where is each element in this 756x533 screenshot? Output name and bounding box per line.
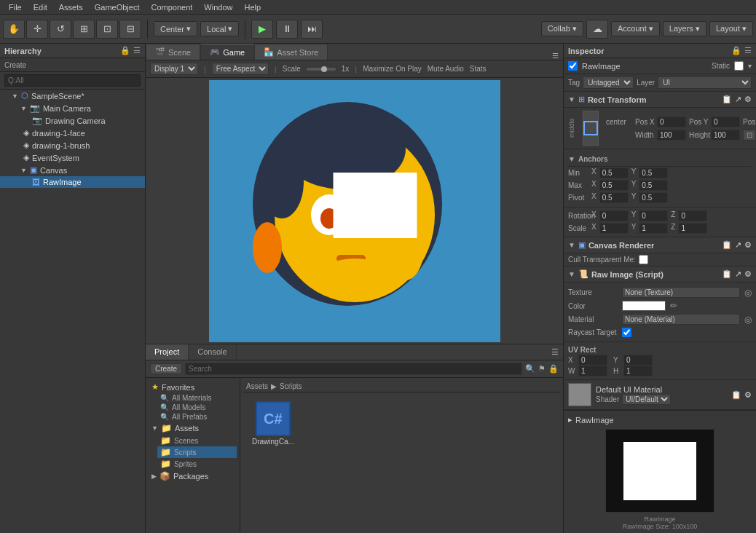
- stats-label[interactable]: Stats: [470, 65, 487, 73]
- tab-assetstore[interactable]: 🏪 Asset Store: [254, 44, 328, 60]
- tab-game[interactable]: 🎮 Game: [200, 44, 254, 60]
- static-dropdown-btn[interactable]: ▾: [748, 62, 752, 70]
- hand-tool[interactable]: ✋: [3, 20, 25, 39]
- tree-item-eventsystem[interactable]: ◈ EventSystem: [0, 151, 145, 164]
- project-tab[interactable]: Project: [146, 344, 189, 360]
- rawimage-preview-arrow[interactable]: ▸: [568, 415, 572, 425]
- favorites-folder[interactable]: ★ Favorites: [149, 381, 237, 393]
- pivot-y-input[interactable]: [639, 192, 668, 203]
- tab-scene[interactable]: 🎬 Scene: [146, 44, 200, 60]
- uv-h-input[interactable]: [623, 366, 653, 376]
- tree-item-maincamera[interactable]: ▼ 📷 Main Camera: [0, 102, 145, 114]
- scenes-folder-item[interactable]: 📁 Scenes: [157, 435, 237, 446]
- uv-x-input[interactable]: [578, 355, 607, 366]
- min-y-input[interactable]: [639, 167, 668, 178]
- assets-folder[interactable]: ▼ 📁 Assets: [149, 422, 237, 435]
- maximize-label[interactable]: Maximize On Play: [363, 65, 422, 73]
- all-materials-item[interactable]: 🔍 All Materials: [157, 393, 237, 403]
- transform-tool[interactable]: ⊟: [119, 20, 141, 39]
- breadcrumb-assets[interactable]: Assets: [246, 382, 268, 390]
- menu-gameobject[interactable]: GameObject: [89, 3, 146, 12]
- static-checkbox[interactable]: [734, 61, 744, 71]
- rect-transform-header[interactable]: ▼ ⊞ Rect Transform 📋 ↗ ⚙: [564, 92, 756, 108]
- menu-file[interactable]: File: [3, 3, 28, 12]
- pause-button[interactable]: ⏸: [276, 20, 298, 39]
- menu-edit[interactable]: Edit: [28, 3, 53, 12]
- hierarchy-search-input[interactable]: [4, 74, 141, 87]
- inspector-lock-icon[interactable]: 🔒: [731, 46, 741, 55]
- packages-folder[interactable]: ▶ 📦 Packages: [149, 470, 237, 483]
- width-input[interactable]: [657, 130, 686, 141]
- search-icon[interactable]: 🔍: [525, 364, 535, 374]
- collab-button[interactable]: Collab ▾: [541, 21, 583, 36]
- scene-view[interactable]: [146, 78, 563, 344]
- asset-item-drawingca[interactable]: C# DrawingCa...: [249, 398, 297, 449]
- tag-select[interactable]: Untagged: [583, 76, 634, 89]
- display-select[interactable]: Display 1: [150, 63, 198, 75]
- local-button[interactable]: Local ▾: [200, 21, 239, 36]
- scale-y-input[interactable]: [639, 223, 668, 234]
- anchors-header[interactable]: ▼ Anchors: [568, 152, 752, 167]
- object-active-checkbox[interactable]: [568, 61, 578, 71]
- shader-select[interactable]: UI/Default: [622, 394, 671, 405]
- filter-icon[interactable]: ⚑: [538, 364, 546, 374]
- sprites-folder-item[interactable]: 📁 Sprites: [157, 458, 237, 470]
- move-tool[interactable]: ✛: [26, 20, 48, 39]
- cloud-button[interactable]: ☁: [586, 20, 608, 39]
- tree-item-samplescene[interactable]: ▼ ⬡ SampleScene*: [0, 90, 145, 102]
- rotate-tool[interactable]: ↺: [50, 20, 71, 39]
- play-button[interactable]: ▶: [251, 20, 273, 39]
- mute-label[interactable]: Mute Audio: [428, 65, 464, 73]
- rect-settings-icon[interactable]: 📋: [722, 95, 732, 104]
- pos-y-input[interactable]: [711, 117, 740, 127]
- rect-menu-icon[interactable]: ⚙: [744, 95, 752, 104]
- hierarchy-lock-icon[interactable]: 🔒: [120, 46, 130, 55]
- scale-z-input[interactable]: [678, 223, 707, 234]
- menu-window[interactable]: Window: [198, 3, 238, 12]
- scale-slider[interactable]: [307, 68, 336, 71]
- all-models-item[interactable]: 🔍 All Models: [157, 403, 237, 412]
- rect-preview[interactable]: [583, 111, 599, 146]
- texture-picker-icon[interactable]: ◎: [744, 288, 752, 298]
- tree-item-rawimage[interactable]: 🖼 RawImage: [0, 176, 145, 188]
- tree-item-drawingcamera[interactable]: 📷 Drawing Camera: [0, 114, 145, 127]
- tree-item-canvas[interactable]: ▼ ▣ Canvas: [0, 164, 145, 176]
- pos-x-input[interactable]: [657, 117, 686, 127]
- pivot-x-input[interactable]: [599, 192, 629, 203]
- min-x-input[interactable]: [599, 167, 629, 178]
- cull-checkbox[interactable]: [639, 255, 648, 264]
- inspector-menu-icon[interactable]: ☰: [744, 46, 752, 55]
- raycast-checkbox[interactable]: [622, 328, 631, 337]
- project-search-input[interactable]: [185, 363, 522, 375]
- rect-ref-icon[interactable]: ↗: [735, 95, 741, 104]
- layer-select[interactable]: UI: [658, 76, 752, 89]
- canvas-renderer-header[interactable]: ▼ ▣ Canvas Renderer 📋 ↗ ⚙: [564, 237, 756, 253]
- console-tab[interactable]: Console: [189, 344, 236, 360]
- menu-component[interactable]: Component: [145, 3, 198, 12]
- scale-x-input[interactable]: [599, 223, 629, 234]
- aspect-select[interactable]: Free Aspect: [212, 63, 269, 75]
- rot-x-input[interactable]: [599, 210, 629, 221]
- uv-w-input[interactable]: [578, 366, 607, 376]
- step-button[interactable]: ⏭: [301, 20, 323, 39]
- project-create-btn[interactable]: Create: [150, 363, 182, 374]
- material-copy-icon[interactable]: 📋: [731, 390, 741, 400]
- menu-assets[interactable]: Assets: [53, 3, 89, 12]
- tree-item-face[interactable]: ◈ drawing-1-face: [0, 127, 145, 139]
- center-button[interactable]: Center ▾: [154, 21, 197, 36]
- rawimg-menu-icon[interactable]: ⚙: [744, 269, 752, 279]
- color-picker-icon[interactable]: ✏: [670, 301, 677, 311]
- canvas-settings-icon[interactable]: 📋: [722, 240, 732, 250]
- rawimg-ref-icon[interactable]: ↗: [735, 269, 741, 279]
- rot-y-input[interactable]: [639, 210, 668, 221]
- max-x-input[interactable]: [599, 180, 629, 191]
- layout-button[interactable]: Layout ▾: [709, 21, 753, 36]
- scale-tool[interactable]: ⊞: [73, 20, 95, 39]
- canvas-ref-icon[interactable]: ↗: [735, 240, 741, 250]
- rot-z-input[interactable]: [678, 210, 707, 221]
- color-preview[interactable]: [622, 301, 666, 311]
- rawimg-settings-icon[interactable]: 📋: [722, 269, 732, 279]
- account-button[interactable]: Account ▾: [611, 21, 660, 36]
- max-y-input[interactable]: [639, 180, 668, 191]
- breadcrumb-scripts[interactable]: Scripts: [280, 382, 302, 390]
